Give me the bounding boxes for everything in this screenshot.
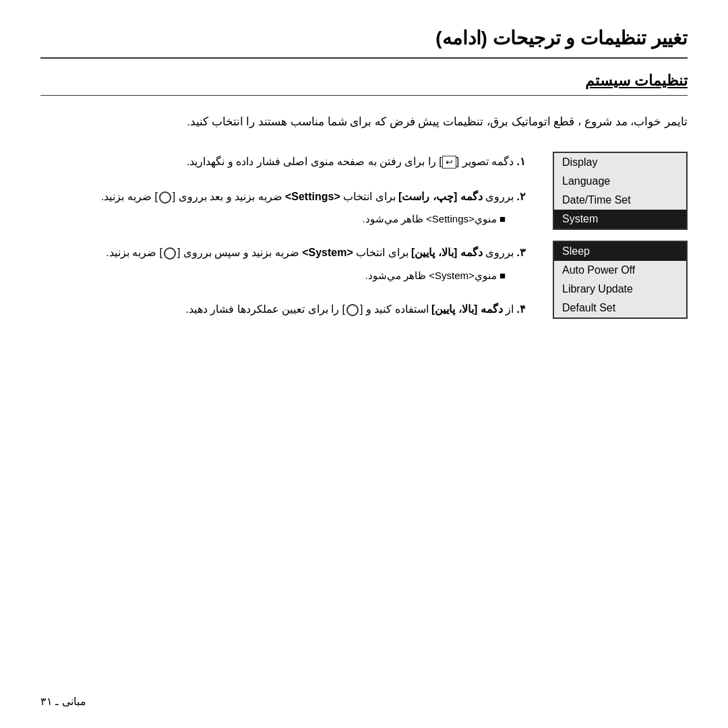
section-divider <box>40 95 688 96</box>
step-3: ۳. برروی دگمه [بالا، پایین] برای انتخاب … <box>40 243 526 284</box>
page-container: تغییر تنظیمات و ترجیحات (ادامه) تنظیمات … <box>0 0 728 728</box>
system-menu: Sleep Auto Power Off Library Update Defa… <box>553 241 688 319</box>
menu-item-autopoweroff[interactable]: Auto Power Off <box>554 261 686 280</box>
section-title: تنظیمات سیستم <box>40 72 688 90</box>
step-1: ۱. دگمه تصویر [↩] را برای رفتن به صفحه م… <box>40 152 526 172</box>
circle-button-4 <box>346 304 359 316</box>
bold-lr-buttons: دگمه [چپ، راست] <box>398 191 483 202</box>
bold-ud-buttons: دگمه [بالا، پایین] <box>411 247 483 258</box>
step-num-4: ۴. <box>517 303 526 315</box>
menu-item-sleep[interactable]: Sleep <box>554 242 686 261</box>
main-title: تغییر تنظیمات و ترجیحات (ادامه) <box>40 27 688 49</box>
menu-item-libraryupdate[interactable]: Library Update <box>554 280 686 299</box>
bold-ud-buttons-4: دگمه [بالا، پایین] <box>431 303 503 315</box>
intro-text: تایمر خواب، مد شروع ، قطع اتوماتیک برق، … <box>40 112 688 133</box>
system-keyword: <System> <box>302 247 353 258</box>
page-footer: مبانی ـ ۳۱ <box>40 695 86 708</box>
bullet-3: منوي<System> ظاهر مي‌شود. <box>40 266 506 284</box>
menu-item-language[interactable]: Language <box>554 172 686 191</box>
menu-item-system[interactable]: System <box>554 210 686 229</box>
settings-keyword-2: <Settings> <box>285 191 340 202</box>
circle-button-2 <box>159 191 171 204</box>
menu-item-display[interactable]: Display <box>554 153 686 172</box>
title-divider <box>40 57 688 59</box>
menus-area: Display Language Date/Time Set System Sl… <box>553 152 688 319</box>
circle-button-3 <box>164 247 176 260</box>
back-arrow-icon: ↩ <box>442 156 456 169</box>
menu-item-defaultset[interactable]: Default Set <box>554 299 686 317</box>
bullet-2: منوي<Settings> ظاهر مي‌شود. <box>40 210 506 228</box>
content-area: ۱. دگمه تصویر [↩] را برای رفتن به صفحه م… <box>40 152 688 335</box>
page-number: مبانی ـ ۳۱ <box>40 696 86 707</box>
step-2: ۲. برروی دگمه [چپ، راست] برای انتخاب <Se… <box>40 187 526 228</box>
step-num-1: ۱. <box>517 156 526 167</box>
settings-menu: Display Language Date/Time Set System <box>553 152 688 230</box>
menu-item-datetime[interactable]: Date/Time Set <box>554 191 686 210</box>
step-4: ۴. از دگمه [بالا، پایین] استفاده کنید و … <box>40 299 526 320</box>
instructions-area: ۱. دگمه تصویر [↩] را برای رفتن به صفحه م… <box>40 152 526 335</box>
step-num-3: ۳. <box>517 247 526 258</box>
step-num-2: ۲. <box>517 191 526 202</box>
